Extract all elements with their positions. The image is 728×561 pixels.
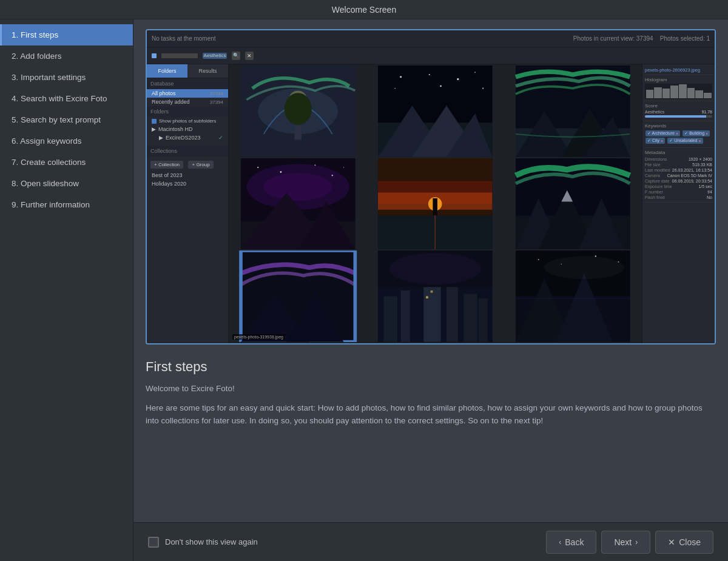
fake-filename: pexels-photo-2606923.jpeg <box>645 67 712 73</box>
sidebar-item-create-collections[interactable]: 7. Create collections <box>0 152 133 173</box>
fake-grid-cell-2 <box>367 66 503 157</box>
fake-score-title: Score <box>645 103 712 109</box>
dont-show-label: Don't show this view again <box>165 537 258 546</box>
action-buttons: ‹ Back Next › ✕ Close <box>546 531 713 554</box>
fake-aesthetics-label: Aesthetics <box>645 110 664 114</box>
svg-point-67 <box>389 253 481 285</box>
sidebar-item-open-slideshow[interactable]: 8. Open slideshow <box>0 173 133 194</box>
fake-keywords-title: Keywords <box>645 123 712 129</box>
fake-grid-cell-9 <box>505 250 641 342</box>
fake-grid-cell-8 <box>367 250 503 342</box>
fake-show-subfolders: Show photos of subfolders <box>147 117 228 125</box>
fake-meta-filesize: File size 519.33 KB <box>645 162 712 167</box>
fake-grid-cell-6 <box>505 158 641 250</box>
content-title: First steps <box>146 359 716 375</box>
fake-score-bar <box>645 115 712 118</box>
fake-meta-capture: Capture date 06.06.2019, 20:33:54 <box>645 178 712 184</box>
fake-meta-fnumber: F number f/4 <box>645 189 712 195</box>
fake-score-fill <box>645 115 706 118</box>
fake-recently-added: Recently added 37394 <box>147 98 228 106</box>
svg-rect-60 <box>447 287 458 342</box>
sidebar-item-search-text[interactable]: 5. Search by text prompt <box>0 109 133 130</box>
body-text: Here are some tips for an easy and quick… <box>146 401 716 428</box>
fake-macintosh-hd: ▶ Macintosh HD <box>147 125 228 133</box>
close-button[interactable]: ✕ Close <box>655 531 713 554</box>
fake-meta-flash: Flash fired No <box>645 195 712 200</box>
content-area: No tasks at the moment Photos in current… <box>133 19 728 561</box>
fake-tab-results: Results <box>187 64 228 78</box>
close-x-icon: ✕ <box>668 537 675 547</box>
fake-filter-bar-items <box>161 53 198 58</box>
fake-grid-cell-1 <box>230 66 366 157</box>
fake-collection-buttons: + Collection + Group <box>147 156 228 171</box>
svg-point-14 <box>474 72 476 73</box>
fake-filename-section: pexels-photo-2606923.jpeg <box>644 66 713 75</box>
app-screenshot: No tasks at the moment Photos in current… <box>146 29 716 344</box>
fake-histogram-section: Histogram <box>644 75 713 101</box>
sidebar-item-first-steps[interactable]: 1. First steps <box>0 24 133 45</box>
svg-point-4 <box>285 93 312 125</box>
fake-kw-building: ✓ Building × <box>682 130 710 136</box>
fake-grid-cell-7: pexels-photo-319938.jpeg <box>230 250 366 342</box>
fake-meta-exposure: Exposure time 1/5 sec <box>645 184 712 189</box>
fake-close-icon: ✕ <box>245 52 254 60</box>
sidebar-item-important-settings[interactable]: 3. Important settings <box>0 67 133 88</box>
fake-section-folders: Folders <box>147 106 228 117</box>
fake-holidays-2020: Holidays 2020 <box>147 180 228 188</box>
svg-point-75 <box>561 264 562 265</box>
sidebar-item-assign-keywords[interactable]: 6. Assign keywords <box>0 130 133 152</box>
fake-score-section: Score Aesthetics 91.78 <box>644 101 713 121</box>
svg-rect-59 <box>424 279 441 342</box>
svg-rect-57 <box>384 297 398 342</box>
svg-point-77 <box>618 261 619 263</box>
back-button[interactable]: ‹ Back <box>546 531 596 554</box>
dont-show-checkbox-label[interactable]: Don't show this view again <box>148 537 258 548</box>
fake-right-panel: pexels-photo-2606923.jpeg Histogram <box>642 64 715 343</box>
fake-best-of-2023: Best of 2023 <box>147 171 228 180</box>
sidebar-item-further-info[interactable]: 9. Further information <box>0 194 133 215</box>
fake-all-photos: All photos 37394 <box>147 89 228 98</box>
fake-toolbar-right: Photos in current view: 37394 Photos sel… <box>573 35 710 42</box>
bottom-bar: Don't show this view again ‹ Back Next ›… <box>133 522 728 561</box>
fake-grid-cell-4 <box>230 158 366 250</box>
svg-point-15 <box>395 88 396 89</box>
fake-search-icon: 🔍 <box>232 52 240 60</box>
svg-point-29 <box>257 167 258 168</box>
fake-photos-info: Photos in current view: 37394 Photos sel… <box>573 35 710 42</box>
svg-point-33 <box>343 167 345 168</box>
sidebar-item-search-excire[interactable]: 4. Search with Excire Foto <box>0 88 133 109</box>
sidebar: 1. First steps 2. Add folders 3. Importa… <box>0 19 133 561</box>
svg-point-31 <box>314 164 315 166</box>
fake-meta-camera: Camera Canon EOS 5D Mark IV <box>645 173 712 178</box>
main-layout: 1. First steps 2. Add folders 3. Importa… <box>0 19 728 561</box>
fake-toolbar: No tasks at the moment Photos in current… <box>147 30 715 47</box>
svg-point-74 <box>538 259 539 260</box>
fake-tab-folders: Folders <box>147 64 187 78</box>
svg-point-12 <box>429 74 430 75</box>
fake-histogram-title: Histogram <box>645 77 712 82</box>
title-bar: Welcome Screen <box>0 0 728 19</box>
fake-kw-architecture: ✓ Architecture × <box>645 130 680 136</box>
info-section: First steps Welcome to Excire Foto! Here… <box>133 349 728 522</box>
fake-app-ui: No tasks at the moment Photos in current… <box>147 30 715 343</box>
welcome-text: Welcome to Excire Foto! <box>146 382 716 395</box>
svg-point-76 <box>595 256 596 257</box>
fake-grid-cell-5 <box>367 158 503 250</box>
svg-point-17 <box>482 88 484 89</box>
fake-kw-unsaturated: ✓ Unsaturated × <box>667 138 703 144</box>
fake-metadata-section: Metadata Dimensions 1920 × 2400 File siz… <box>644 148 713 203</box>
next-button[interactable]: Next › <box>601 531 650 554</box>
fake-panel-header: Folders Results <box>147 64 228 78</box>
svg-point-13 <box>457 78 459 80</box>
svg-point-28 <box>264 173 332 200</box>
fake-section-database: Database <box>147 78 228 89</box>
fake-section-collections: Collections <box>147 146 228 156</box>
sidebar-item-add-folders[interactable]: 2. Add folders <box>0 45 133 67</box>
fake-no-tasks: No tasks at the moment <box>152 35 216 42</box>
fake-app-body: Folders Results Database All photos 3739… <box>147 64 715 343</box>
fake-grid-cell-3 <box>505 66 641 157</box>
dont-show-checkbox[interactable] <box>148 537 159 548</box>
fake-aesthetics-value: 91.78 <box>701 110 712 114</box>
fake-photo-grid: pexels-photo-319938.jpeg <box>229 64 642 343</box>
fake-excire-ds2023: ▶ ExcireDS2023 ✓ <box>147 133 228 142</box>
